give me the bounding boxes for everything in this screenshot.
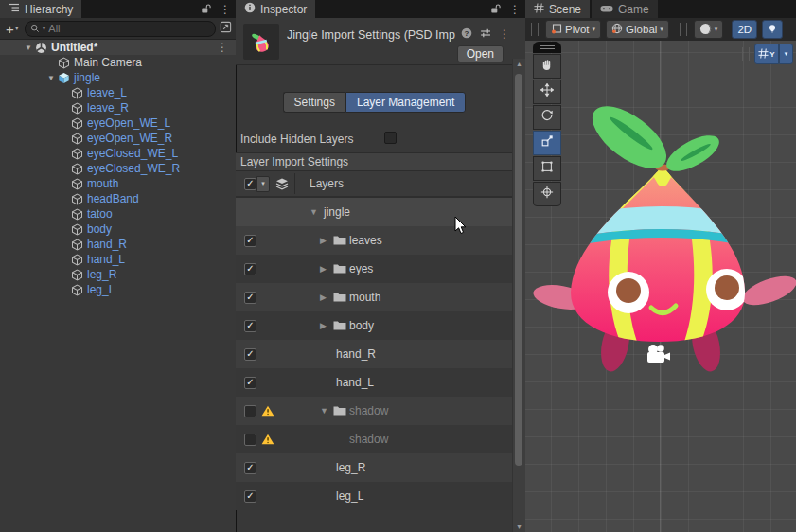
layer-row-eyes[interactable]: ✓▶eyes bbox=[236, 255, 513, 283]
layer-visibility-checkbox[interactable] bbox=[244, 405, 256, 417]
chevron-down-icon[interactable]: ▼ bbox=[45, 74, 57, 82]
hierarchy-item-jingle[interactable]: ▼jingle bbox=[0, 70, 236, 85]
toolbar-drag-handle[interactable] bbox=[680, 23, 687, 36]
select-all-layers-checkbox[interactable]: ✓ bbox=[244, 178, 256, 190]
rotate-tool-button[interactable] bbox=[533, 105, 561, 130]
tab-hierarchy[interactable]: Hierarchy bbox=[0, 0, 81, 18]
layer-visibility-checkbox[interactable]: ✓ bbox=[244, 320, 256, 332]
shading-mode-dropdown[interactable]: ▾ bbox=[694, 20, 724, 39]
rect-tool-button[interactable] bbox=[533, 156, 561, 181]
inspector-scrollbar[interactable]: ▲ ▼ bbox=[512, 59, 525, 532]
hierarchy-item-leave_R[interactable]: leave_R bbox=[0, 100, 236, 115]
hierarchy-tree: ▼ Untitled* ⋮ Main Camera▼jingleleave_Ll… bbox=[0, 40, 236, 297]
inspector-menu-icon[interactable]: ⋮ bbox=[509, 4, 521, 15]
gameobject-cube-icon bbox=[70, 133, 84, 145]
chevron-right-icon[interactable]: ▶ bbox=[320, 264, 327, 274]
2d-toggle-button[interactable]: 2D bbox=[732, 20, 757, 39]
jingle-sprite[interactable] bbox=[525, 18, 796, 532]
open-button[interactable]: Open bbox=[457, 45, 504, 62]
layer-visibility-checkbox[interactable] bbox=[244, 434, 256, 446]
grid-settings-dropdown[interactable]: ▾ bbox=[779, 44, 793, 64]
layer-visibility-checkbox[interactable]: ✓ bbox=[244, 235, 256, 247]
hierarchy-item-leg_R[interactable]: leg_R bbox=[0, 267, 236, 282]
grid-visibility-button[interactable]: Y bbox=[754, 44, 779, 64]
scene-name-label: Untitled* bbox=[51, 41, 97, 54]
layer-row-leg_L[interactable]: ✓leg_L bbox=[236, 482, 513, 510]
transform-tool-button[interactable] bbox=[533, 182, 561, 206]
tab-game[interactable]: Game bbox=[592, 0, 658, 18]
scroll-down-icon[interactable]: ▼ bbox=[513, 523, 525, 530]
hierarchy-item-eyeClosed_WE_R[interactable]: eyeClosed_WE_R bbox=[0, 161, 236, 176]
gameobject-cube-icon bbox=[70, 87, 84, 99]
hierarchy-item-eyeOpen_WE_R[interactable]: eyeOpen_WE_R bbox=[0, 131, 236, 146]
hierarchy-item-body[interactable]: body bbox=[0, 222, 236, 237]
scene-lighting-button[interactable] bbox=[762, 20, 783, 39]
hierarchy-item-headBand[interactable]: headBand bbox=[0, 191, 236, 206]
chevron-right-icon[interactable]: ▶ bbox=[320, 293, 327, 302]
scroll-up-icon[interactable]: ▲ bbox=[513, 61, 525, 67]
hierarchy-item-leave_L[interactable]: leave_L bbox=[0, 85, 236, 100]
layer-row-shadow[interactable]: shadow bbox=[236, 425, 513, 453]
lock-icon[interactable] bbox=[490, 1, 501, 18]
chevron-right-icon[interactable]: ▶ bbox=[320, 236, 327, 245]
hierarchy-item-leg_L[interactable]: leg_L bbox=[0, 282, 236, 297]
pivot-dropdown[interactable]: Pivot▾ bbox=[545, 20, 601, 39]
chevron-down-icon[interactable]: ▼ bbox=[23, 44, 34, 52]
hierarchy-menu-icon[interactable]: ⋮ bbox=[220, 4, 231, 15]
add-object-button[interactable]: +▾ bbox=[4, 22, 21, 36]
layer-row-leg_R[interactable]: ✓leg_R bbox=[236, 453, 513, 482]
scene-picker-icon[interactable] bbox=[220, 20, 232, 37]
layer-visibility-checkbox[interactable]: ✓ bbox=[244, 263, 256, 275]
hierarchy-item-eyeClosed_WE_L[interactable]: eyeClosed_WE_L bbox=[0, 146, 236, 161]
toolbar-drag-handle[interactable] bbox=[531, 23, 539, 36]
hierarchy-item-Main Camera[interactable]: Main Camera bbox=[0, 55, 236, 70]
hierarchy-search-input[interactable]: ▾ All bbox=[25, 21, 216, 37]
help-icon[interactable]: ? bbox=[461, 26, 472, 43]
tab-scene[interactable]: Scene bbox=[525, 0, 590, 18]
scrollbar-thumb[interactable] bbox=[515, 74, 522, 466]
layer-row-leaves[interactable]: ✓▶leaves bbox=[236, 226, 513, 255]
hierarchy-scene-row[interactable]: ▼ Untitled* ⋮ bbox=[0, 40, 236, 55]
hierarchy-item-label: hand_L bbox=[87, 253, 125, 266]
hierarchy-item-tatoo[interactable]: tatoo bbox=[0, 206, 236, 222]
layer-row-body[interactable]: ✓▶body bbox=[236, 311, 513, 340]
global-dropdown[interactable]: Global▾ bbox=[606, 20, 669, 39]
lock-icon[interactable] bbox=[201, 1, 211, 18]
layer-visibility-checkbox[interactable]: ✓ bbox=[244, 292, 256, 304]
layer-row-hand_L[interactable]: ✓hand_L bbox=[236, 368, 513, 397]
hierarchy-item-eyeOpen_WE_L[interactable]: eyeOpen_WE_L bbox=[0, 115, 236, 131]
camera-gizmo-icon[interactable] bbox=[647, 345, 670, 363]
scene-viewport[interactable]: Pivot▾ Global▾ ▾ 2D bbox=[525, 18, 796, 532]
tools-drag-handle[interactable] bbox=[533, 42, 561, 53]
asset-menu-icon[interactable]: ⋮ bbox=[499, 28, 510, 40]
scene-menu-icon[interactable]: ⋮ bbox=[217, 42, 228, 53]
unity-editor: Hierarchy ⋮ +▾ ▾ All bbox=[0, 0, 796, 532]
layer-row-hand_R[interactable]: ✓hand_R bbox=[236, 340, 513, 368]
scale-tool-button[interactable] bbox=[533, 131, 561, 155]
layer-visibility-checkbox[interactable]: ✓ bbox=[244, 348, 256, 361]
hierarchy-item-hand_R[interactable]: hand_R bbox=[0, 237, 236, 252]
hand-tool-button[interactable] bbox=[533, 54, 561, 79]
layer-visibility-checkbox[interactable]: ✓ bbox=[244, 490, 256, 503]
layer-row-shadow[interactable]: ▼shadow bbox=[236, 397, 513, 425]
chevron-down-icon[interactable]: ▼ bbox=[320, 406, 328, 416]
select-all-dropdown-icon[interactable]: ▾ bbox=[256, 176, 270, 192]
presets-icon[interactable] bbox=[480, 26, 491, 43]
pivot-label: Pivot bbox=[565, 24, 590, 35]
hierarchy-item-label: leave_L bbox=[87, 86, 127, 99]
hierarchy-item-mouth[interactable]: mouth bbox=[0, 176, 236, 191]
layer-row-mouth[interactable]: ✓▶mouth bbox=[236, 283, 513, 311]
tab-inspector[interactable]: Inspector bbox=[236, 0, 315, 18]
move-tool-button[interactable] bbox=[533, 80, 561, 104]
layer-visibility-checkbox[interactable]: ✓ bbox=[244, 462, 256, 474]
chevron-down-icon[interactable]: ▼ bbox=[310, 207, 318, 217]
gameobject-cube-icon bbox=[70, 193, 84, 205]
chevron-right-icon[interactable]: ▶ bbox=[320, 321, 327, 330]
tab-layer-management[interactable]: Layer Management bbox=[345, 92, 466, 113]
layer-row-jingle[interactable]: ▼jingle bbox=[236, 198, 513, 226]
tab-settings[interactable]: Settings bbox=[283, 92, 345, 113]
hierarchy-item-hand_L[interactable]: hand_L bbox=[0, 252, 236, 267]
layer-visibility-checkbox[interactable]: ✓ bbox=[244, 377, 256, 389]
grid-drag-handle[interactable] bbox=[742, 47, 750, 61]
include-hidden-layers-checkbox[interactable] bbox=[384, 132, 397, 144]
